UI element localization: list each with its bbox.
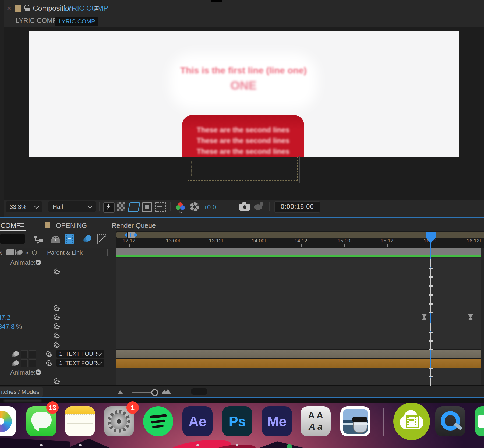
dock-photos-icon[interactable]: [0, 406, 16, 436]
dock-preview-icon[interactable]: [340, 406, 370, 436]
pick-whip-icon[interactable]: [53, 323, 60, 330]
keyframe-ibeam-icon[interactable]: [429, 368, 433, 377]
pick-whip-icon[interactable]: [53, 332, 60, 339]
quality-column-icon[interactable]: ◑: [25, 249, 28, 256]
timeline-row[interactable]: [0, 377, 484, 385]
zoom-in-mountain-icon[interactable]: [161, 389, 171, 394]
timeline-right-gutter[interactable]: [481, 248, 484, 385]
pick-whip-icon[interactable]: [53, 314, 60, 321]
motion-blur-icon[interactable]: [82, 235, 91, 243]
pick-whip-icon[interactable]: [53, 378, 60, 385]
switch-cell[interactable]: [21, 359, 28, 367]
motion-blur-toggle-icon[interactable]: [14, 351, 19, 356]
exposure-icon[interactable]: [190, 202, 199, 211]
animate-add-icon[interactable]: ▶: [36, 260, 41, 265]
mask-roi-icon[interactable]: [128, 202, 140, 212]
transparency-grid-icon[interactable]: [117, 202, 125, 211]
unlock-icon[interactable]: [25, 5, 31, 12]
timeline-row[interactable]: [0, 340, 484, 349]
shy-layers-icon[interactable]: [51, 235, 60, 243]
zoom-region-handle[interactable]: [125, 232, 137, 238]
safe-zones-icon[interactable]: [142, 202, 152, 212]
dock-photoshop-icon[interactable]: Ps: [222, 406, 252, 436]
panel-divider-line[interactable]: [0, 217, 484, 218]
cube-3d-column-icon[interactable]: ⬡: [32, 249, 37, 256]
timecode-box[interactable]: 0:00:16:00: [274, 201, 320, 213]
timeline-row[interactable]: [0, 276, 484, 285]
frame-blend-icon[interactable]: [65, 234, 74, 244]
keyframe-ibeam-icon[interactable]: [429, 286, 433, 295]
timeline-row[interactable]: [0, 331, 484, 340]
pick-whip-icon[interactable]: [46, 359, 53, 366]
close-icon[interactable]: ×: [7, 4, 11, 13]
switch-cell[interactable]: [29, 350, 36, 358]
dock-spotify-icon[interactable]: [143, 406, 173, 436]
text-layer-bounds[interactable]: [186, 156, 300, 183]
keyframe-ibeam-icon[interactable]: [429, 268, 433, 277]
dock-after-effects-icon[interactable]: Ae: [182, 406, 213, 436]
region-of-interest-icon[interactable]: [155, 202, 166, 212]
dock-quicktime-icon[interactable]: [435, 406, 465, 436]
motion-blur-column-icon[interactable]: [18, 250, 23, 255]
timeline-row[interactable]: Animate:▶: [0, 368, 484, 377]
zoom-out-mountain-icon[interactable]: [118, 390, 123, 394]
red-lyric-box[interactable]: These are the second lines These are the…: [182, 115, 304, 157]
parent-select[interactable]: 1. TEXT FOUR: [56, 350, 104, 358]
keyframe-ibeam-icon[interactable]: [429, 332, 433, 341]
keyframe-ibeam-icon[interactable]: [429, 304, 433, 313]
switch-cell[interactable]: [29, 359, 36, 367]
dock-facetime-icon[interactable]: [475, 406, 484, 436]
timeline-row-value[interactable]: 47.2: [0, 313, 484, 322]
tab-render-queue[interactable]: Render Queue: [112, 222, 156, 230]
keyframe-ibeam-icon[interactable]: [429, 277, 433, 286]
zoom-select[interactable]: 33.3%: [6, 201, 42, 212]
timeline-scrollbar-thumb[interactable]: [191, 388, 207, 395]
breadcrumb-current-box[interactable]: LYRIC COMP: [55, 17, 98, 26]
dock-cloud-video-icon[interactable]: [393, 403, 430, 440]
resolution-select[interactable]: Half: [48, 201, 96, 212]
switch-cell[interactable]: [21, 350, 28, 358]
keyframe-ibeam-icon[interactable]: [429, 341, 433, 350]
fx-column-icon[interactable]: fx: [0, 249, 2, 256]
animate-add-icon[interactable]: ▶: [36, 369, 41, 375]
keyframe-ibeam-icon[interactable]: [429, 259, 433, 267]
tab-opening[interactable]: OPENING: [56, 222, 87, 230]
timeline-row[interactable]: [0, 267, 484, 276]
parent-select[interactable]: 1. TEXT FOUR: [56, 359, 104, 367]
toggle-switches-modes-button[interactable]: itches / Modes: [0, 387, 43, 397]
dock-font-book-icon[interactable]: A A A a: [301, 406, 331, 436]
timeline-zoom-knob[interactable]: [151, 389, 158, 396]
composition-canvas[interactable]: This is the first line (line one) ONE Th…: [29, 31, 459, 157]
graph-editor-icon[interactable]: [97, 234, 108, 244]
dock-notes-icon[interactable]: [65, 406, 95, 436]
dock-media-encoder-icon[interactable]: Me: [262, 406, 292, 436]
tab-menu-icon[interactable]: ≡: [20, 221, 24, 229]
pick-whip-icon[interactable]: [53, 341, 60, 348]
comp-flowchart-icon[interactable]: [33, 235, 44, 244]
timeline-layer-row[interactable]: 1. TEXT FOUR: [0, 349, 484, 358]
work-area-bar[interactable]: [116, 248, 484, 255]
panel-menu-icon[interactable]: ≡: [94, 3, 99, 13]
pick-whip-icon[interactable]: [53, 268, 60, 275]
snapshot-camera-icon[interactable]: [239, 202, 250, 211]
show-channel-icon[interactable]: [175, 202, 186, 212]
timeline-row-value[interactable]: 347.8%: [0, 322, 484, 331]
keyframe-hourglass-icon[interactable]: [422, 314, 427, 321]
exposure-value[interactable]: +0.0: [203, 203, 216, 211]
timeline-row[interactable]: [0, 304, 484, 313]
timeline-row[interactable]: Animate:▶: [0, 258, 484, 267]
fast-preview-icon[interactable]: [103, 202, 115, 213]
show-snapshot-icon[interactable]: [254, 202, 264, 211]
keyframe-hourglass-icon[interactable]: [468, 314, 473, 321]
keyframe-ibeam-icon[interactable]: [429, 378, 433, 386]
property-value[interactable]: 47.2: [0, 314, 10, 321]
timecode-search-box[interactable]: [0, 234, 25, 244]
panel-title-comp-name[interactable]: LYRIC COMP: [63, 4, 108, 13]
pick-whip-icon[interactable]: [53, 305, 60, 312]
frame-blend-column-icon[interactable]: [6, 249, 16, 255]
keyframe-ibeam-icon[interactable]: [429, 295, 433, 304]
pick-whip-icon[interactable]: [46, 350, 53, 357]
motion-blur-toggle-icon[interactable]: [14, 360, 19, 365]
timeline-row[interactable]: [0, 285, 484, 294]
timeline-row[interactable]: [0, 294, 484, 304]
